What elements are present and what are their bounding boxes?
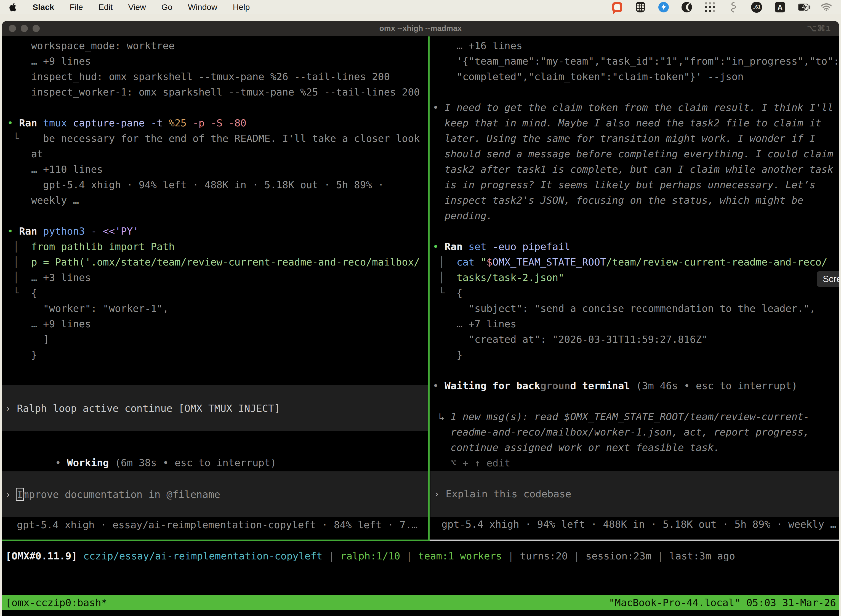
terminal-line: is in progress? It seems likely but perh… [433, 177, 840, 193]
terminal-line: } [433, 347, 840, 363]
terminal-token: ↳ [433, 411, 451, 422]
terminal-token: } [433, 349, 463, 361]
terminal-token: workspace_mode: worktree [7, 40, 175, 51]
left-prompt-input[interactable]: › Improve documentation in @filename [1, 471, 428, 517]
menu-file[interactable]: File [70, 3, 83, 12]
terminal-line: └ { [7, 285, 428, 301]
terminal-token: turns:20 [520, 550, 568, 562]
terminal-line: at [7, 146, 428, 162]
terminal-line: "created_at": "2026-03-31T11:59:27.816Z" [433, 332, 840, 347]
menu-app-name[interactable]: Slack [32, 3, 54, 12]
dots-grid-icon[interactable] [705, 2, 715, 12]
terminal-token: • [433, 241, 444, 252]
terminal-token: continue assigned work or next feasible … [433, 442, 719, 453]
left-pane-log: workspace_mode: worktree … +9 lines insp… [7, 38, 428, 363]
terminal-line: inspect task2's JSON, focusing on the st… [433, 193, 840, 208]
terminal-line: "worker": "worker-1", [7, 301, 428, 316]
terminal-content[interactable]: workspace_mode: worktree … +9 lines insp… [1, 37, 840, 616]
right-pane-log: … +16 lines '{"team_name":"my-team","tas… [433, 38, 840, 471]
terminal-line: ] [7, 332, 428, 347]
terminal-token: pending. [433, 210, 492, 221]
terminal-token: <<'PY' [103, 226, 139, 237]
grid-shield-icon[interactable] [635, 2, 646, 12]
terminal-token: %25 [168, 117, 193, 129]
terminal-token: "subject": "send a concise recommendatio… [433, 303, 815, 314]
terminal-token: 1 new msg(s): read $OMX_TEAM_STATE_ROOT/… [451, 411, 809, 422]
screen-record-indicator-icon[interactable] [612, 2, 623, 12]
menu-bar-status-icons: ..61 A [612, 1, 832, 13]
terminal-token: | [502, 550, 520, 562]
terminal-line: • Ran python3 - <<'PY' [7, 224, 428, 239]
terminal-token: weekly … [7, 195, 79, 206]
apple-menu-icon[interactable] [9, 1, 19, 13]
terminal-token: d terminal [570, 380, 636, 392]
terminal-line: } [7, 347, 428, 363]
terminal-line: [OMX#0.11.9] cczip/essay/ai-reimplementa… [6, 549, 840, 564]
terminal-token: • [7, 226, 19, 237]
tmux-pane-right[interactable]: … +16 lines '{"team_name":"my-team","tas… [431, 38, 840, 532]
terminal-token: { [457, 287, 463, 299]
terminal-token: /team/review-current-readme-and-reco/ [606, 257, 828, 268]
pane-divider[interactable] [428, 37, 429, 540]
terminal-line: … +7 lines [433, 316, 840, 332]
blue-bolt-badge-icon[interactable] [658, 2, 669, 12]
terminal-line: └ be necessary for the end of the README… [7, 131, 428, 146]
menu-edit[interactable]: Edit [98, 3, 113, 12]
terminal-line: later. Using the same for transition mig… [433, 131, 840, 146]
prompt-chevron: › [5, 403, 17, 414]
crescent-app-icon[interactable] [681, 2, 692, 12]
terminal-token: '{"team_name":"my-team","task_id":"1","f… [433, 56, 840, 67]
terminal-token: cat [457, 257, 481, 268]
terminal-token: │ [7, 257, 31, 268]
terminal-line: task2 after task1 is complete, but can I… [433, 162, 840, 177]
battery-percent-badge[interactable]: ..61 [751, 1, 762, 13]
ralph-loop-banner: › Ralph loop active continue [OMX_TMUX_I… [1, 385, 428, 431]
terminal-line: "completed","claim_token":"claim-token"}… [433, 69, 840, 84]
pane-border-bottom-right [429, 540, 840, 541]
terminal-line: readme-and-reco/mailbox/worker-1.json, a… [433, 424, 840, 440]
terminal-token: -euo pipefail [492, 241, 570, 252]
menu-view[interactable]: View [128, 3, 146, 12]
squiggle-icon[interactable] [728, 2, 738, 12]
terminal-token: task2 after task1 is complete, but can I… [433, 164, 833, 175]
terminal-line [7, 100, 428, 115]
menu-help[interactable]: Help [233, 3, 250, 12]
right-prompt-input[interactable]: › Explain this codebase [431, 471, 840, 517]
terminal-token: "worker": "worker-1", [7, 303, 168, 314]
terminal-token: later. Using the same for transition mig… [433, 133, 815, 144]
terminal-token: | [568, 550, 586, 562]
terminal-token: | [652, 550, 670, 562]
battery-icon[interactable] [798, 2, 809, 12]
terminal-token: Waiting for back [444, 380, 540, 392]
terminal-line: '{"team_name":"my-team","task_id":"1","f… [433, 54, 840, 69]
terminal-token: set [469, 241, 492, 252]
terminal-token: │ [433, 257, 457, 268]
input-placeholder: mprove documentation in @filename [23, 489, 220, 500]
terminal-token: " [481, 257, 486, 268]
tmux-pane-left[interactable]: workspace_mode: worktree … +9 lines insp… [1, 38, 428, 532]
terminal-token: p = Path('.omx/state/team/review-current… [31, 257, 420, 268]
terminal-line [433, 84, 840, 100]
terminal-token: team:1 workers [418, 550, 502, 562]
menu-go[interactable]: Go [161, 3, 173, 12]
terminal-line [433, 224, 840, 239]
terminal-token: I need to get the claim token from the c… [444, 102, 833, 113]
terminal-token: is in progress? It seems likely but perh… [433, 179, 815, 191]
window-title-bar[interactable]: omx --xhigh --madmax ⌥⌘1 [1, 21, 840, 36]
terminal-line: inspect_worker-1: omx sparkshell --tmux-… [7, 84, 428, 100]
terminal-token: … +110 lines [7, 164, 103, 175]
terminal-token: { [31, 287, 37, 299]
terminal-line: └ { [433, 285, 840, 301]
input-source-icon[interactable]: A [775, 2, 785, 12]
wifi-icon[interactable] [821, 2, 832, 12]
terminal-token: • [433, 380, 444, 392]
terminal-token: tasks/task-2.json" [457, 272, 564, 283]
terminal-line [433, 363, 840, 378]
input-source-label: A [778, 3, 782, 11]
working-label: Working [67, 457, 115, 468]
terminal-token: └ [7, 287, 31, 299]
terminal-token: "completed","claim_token":"claim-token"}… [433, 71, 744, 82]
menu-window[interactable]: Window [188, 3, 217, 12]
working-detail: (6m 38s • esc to interrupt) [115, 457, 276, 468]
terminal-token: | [322, 550, 340, 562]
